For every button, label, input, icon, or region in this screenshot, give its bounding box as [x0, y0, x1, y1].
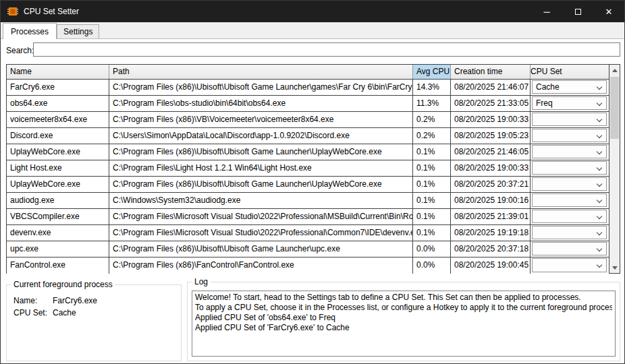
- log-textbox[interactable]: Welcome! To start, head to the Settings …: [192, 291, 616, 357]
- cpu-set-cell: [531, 209, 609, 224]
- cpu-set-dropdown[interactable]: Cache: [532, 80, 607, 94]
- cpu-set-dropdown[interactable]: [532, 177, 607, 191]
- table-row[interactable]: UplayWebCore.exe C:\Program Files (x86)\…: [7, 144, 609, 160]
- cpu-set-dropdown[interactable]: [532, 242, 607, 255]
- minimize-button[interactable]: ─: [531, 1, 562, 22]
- process-name: devenv.exe: [7, 225, 109, 241]
- process-path: C:\Program Files\obs-studio\bin\64bit\ob…: [109, 96, 413, 111]
- cpu-set-cell: [531, 128, 609, 144]
- cpu-set-dropdown[interactable]: [532, 145, 607, 158]
- process-created: 08/20/2025 19:00:33: [451, 160, 531, 176]
- cpu-set-cell: [531, 160, 609, 176]
- column-header-avg-cpu[interactable]: Avg CPU: [413, 65, 451, 79]
- cpu-set-dropdown[interactable]: [532, 258, 607, 272]
- cpu-set-dropdown[interactable]: [532, 210, 607, 223]
- column-header-path[interactable]: Path: [109, 65, 413, 79]
- cpu-set-dropdown[interactable]: [532, 161, 607, 175]
- tab-processes[interactable]: Processes: [3, 23, 57, 39]
- table-header-row: Name Path Avg CPU Creation time CPU Set: [7, 65, 609, 80]
- process-path: C:\Program Files (x86)\Ubisoft\Ubisoft G…: [109, 177, 413, 192]
- app-icon: [7, 6, 18, 17]
- process-name: UplayWebCore.exe: [7, 144, 109, 160]
- cpu-set-cell: [531, 112, 609, 127]
- tab-strip: Processes Settings: [1, 22, 624, 39]
- scrollbar-up-button[interactable]: [609, 65, 620, 75]
- cpu-set-dropdown[interactable]: [532, 226, 607, 239]
- process-path: C:\Program Files (x86)\Ubisoft\Ubisoft G…: [109, 144, 413, 160]
- table-row[interactable]: FanControl.exe C:\Program Files (x86)\Fa…: [7, 257, 609, 274]
- caption-buttons: ─ ✕: [531, 1, 624, 22]
- chevron-down-icon: [597, 133, 602, 138]
- log-line: Applied CPU Set of 'FarCry6.exe' to Cach…: [195, 323, 612, 333]
- search-input[interactable]: [33, 42, 620, 57]
- close-button[interactable]: ✕: [593, 1, 624, 22]
- title-bar[interactable]: CPU Set Setter ─ ✕: [1, 1, 624, 22]
- process-created: 08/20/2025 21:46:07: [451, 80, 531, 95]
- table-row[interactable]: voicemeeter8x64.exe C:\Program Files (x8…: [7, 112, 609, 128]
- table-row[interactable]: obs64.exe C:\Program Files\obs-studio\bi…: [7, 96, 609, 112]
- process-name: voicemeeter8x64.exe: [7, 112, 109, 127]
- cpu-set-dropdown[interactable]: [532, 193, 607, 207]
- process-created: 08/20/2025 19:00:33: [451, 112, 531, 127]
- cpu-set-value: Freq: [536, 98, 553, 108]
- table-row[interactable]: Light Host.exe C:\Program Files\Light Ho…: [7, 160, 609, 177]
- process-avg-cpu: 0.1%: [413, 209, 451, 224]
- process-avg-cpu: 0.1%: [413, 144, 451, 160]
- log-line: To apply a CPU Set, choose it in the Pro…: [195, 303, 612, 313]
- process-path: C:\Program Files\Microsoft Visual Studio…: [109, 209, 413, 224]
- table-row[interactable]: devenv.exe C:\Program Files\Microsoft Vi…: [7, 225, 609, 241]
- column-header-name[interactable]: Name: [7, 65, 109, 79]
- close-icon: ✕: [605, 7, 613, 17]
- process-created: 08/20/2025 20:37:18: [451, 241, 531, 257]
- foreground-cpuset-value: Cache: [53, 308, 76, 317]
- cpu-set-cell: [531, 193, 609, 208]
- process-path: C:\Program Files (x86)\FanControl\FanCon…: [109, 257, 413, 274]
- process-path: C:\Program Files (x86)\VB\Voicemeeter\vo…: [109, 112, 413, 127]
- cpu-set-cell: [531, 177, 609, 192]
- table-row[interactable]: audiodg.exe C:\Windows\System32\audiodg.…: [7, 193, 609, 209]
- cpu-set-dropdown[interactable]: [532, 113, 607, 126]
- maximize-button[interactable]: [562, 1, 593, 22]
- cpu-set-cell: [531, 144, 609, 160]
- table-row[interactable]: Discord.exe C:\Users\Simon\AppData\Local…: [7, 128, 609, 144]
- process-table: Name Path Avg CPU Creation time CPU Set …: [6, 64, 620, 274]
- log-group-title: Log: [192, 277, 211, 286]
- cpu-set-value: Cache: [536, 82, 560, 92]
- scrollbar-thumb[interactable]: [610, 77, 619, 139]
- process-created: 08/20/2025 20:37:21: [451, 177, 531, 192]
- chevron-down-icon: [597, 100, 602, 106]
- process-name: upc.exe: [7, 241, 109, 257]
- process-created: 08/20/2025 19:19:18: [451, 225, 531, 241]
- process-created: 08/20/2025 19:00:16: [451, 193, 531, 208]
- column-header-cpu-set[interactable]: CPU Set: [531, 65, 609, 79]
- chevron-down-icon: [597, 165, 602, 171]
- chevron-down-icon: [597, 198, 602, 203]
- foreground-group-title: Current foreground process: [11, 280, 115, 289]
- table-row[interactable]: FarCry6.exe C:\Program Files (x86)\Ubiso…: [7, 80, 609, 96]
- chevron-down-icon: [597, 181, 602, 187]
- log-group: Log Welcome! To start, head to the Setti…: [187, 282, 620, 361]
- process-name: VBCSCompiler.exe: [7, 209, 109, 224]
- scrollbar-down-button[interactable]: [609, 262, 620, 273]
- process-avg-cpu: 14.3%: [413, 80, 451, 95]
- process-grid: Name Path Avg CPU Creation time CPU Set …: [7, 65, 609, 273]
- cpu-set-dropdown[interactable]: [532, 129, 607, 142]
- process-path: C:\Users\Simon\AppData\Local\Discord\app…: [109, 128, 413, 144]
- table-scrollbar[interactable]: [609, 65, 620, 273]
- cpu-set-cell: Freq: [531, 96, 609, 111]
- log-line: Applied CPU Set of 'obs64.exe' to Freq: [195, 313, 612, 323]
- tab-settings[interactable]: Settings: [57, 24, 99, 38]
- column-header-creation-time[interactable]: Creation time: [451, 65, 531, 79]
- cpu-set-cell: [531, 257, 609, 274]
- process-name: Light Host.exe: [7, 160, 109, 176]
- maximize-icon: [575, 9, 581, 15]
- table-row[interactable]: VBCSCompiler.exe C:\Program Files\Micros…: [7, 209, 609, 225]
- table-row[interactable]: upc.exe C:\Program Files (x86)\Ubisoft\U…: [7, 241, 609, 257]
- chevron-down-icon: [597, 117, 602, 122]
- process-created: 08/20/2025 21:39:01: [451, 209, 531, 224]
- process-name: obs64.exe: [7, 96, 109, 111]
- process-name: Discord.exe: [7, 128, 109, 144]
- table-row[interactable]: UplayWebCore.exe C:\Program Files (x86)\…: [7, 177, 609, 193]
- cpu-set-dropdown[interactable]: Freq: [532, 96, 607, 110]
- process-table-body: FarCry6.exe C:\Program Files (x86)\Ubiso…: [7, 80, 609, 274]
